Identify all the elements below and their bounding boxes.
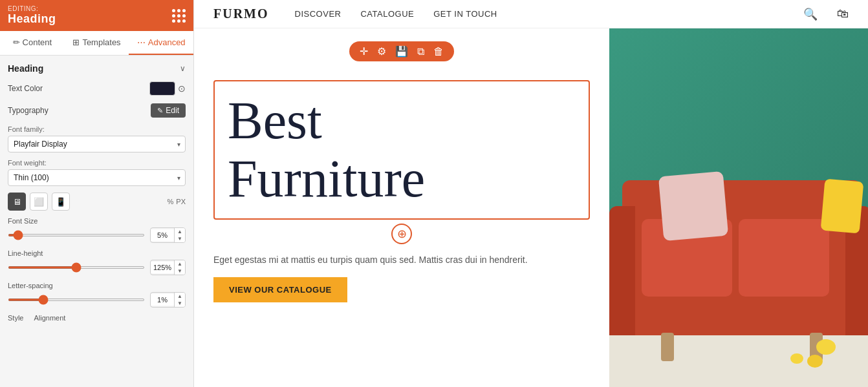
edit-button-label: Edit <box>166 106 179 115</box>
delete-icon[interactable]: 🗑 <box>433 46 444 58</box>
percent-unit[interactable]: % <box>168 198 174 205</box>
font-size-label: Font Size <box>8 217 186 225</box>
chevron-down-icon[interactable]: ∨ <box>180 64 186 73</box>
line-height-field: Line-height ▲ ▼ <box>8 249 186 275</box>
heading-line2: Furniture <box>228 149 425 208</box>
lemon3 <box>790 353 803 364</box>
font-size-slider[interactable] <box>8 234 145 236</box>
letter-spacing-field: Letter-spacing ▲ ▼ <box>8 282 186 308</box>
letter-spacing-up[interactable]: ▲ <box>175 293 185 300</box>
color-swatch-wrapper: ⊙ <box>149 81 186 96</box>
duplicate-icon[interactable]: ⧉ <box>417 46 424 58</box>
add-btn-wrapper: ⊕ <box>213 224 590 244</box>
nav-discover[interactable]: DISCOVER <box>295 9 342 19</box>
rug <box>609 329 868 387</box>
line-height-label: Line-height <box>8 249 186 257</box>
cart-icon[interactable]: 🛍 <box>837 7 849 21</box>
heading-element[interactable]: Best Furniture <box>213 80 590 220</box>
text-color-row: Text Color ⊙ <box>8 81 186 96</box>
eyedropper-icon[interactable]: ⊙ <box>178 83 186 94</box>
letter-spacing-slider[interactable] <box>8 298 145 301</box>
line-height-slider[interactable] <box>8 266 145 269</box>
top-nav: FURMO DISCOVER CATALOGUE GET IN TOUCH 🔍 … <box>194 0 868 28</box>
description-text: Eget egestas mi at mattis eu turpis quam… <box>213 253 589 267</box>
sofa-leg-left <box>661 333 674 361</box>
panel-header-left: EDITING: Heading <box>8 5 56 26</box>
tab-advanced[interactable]: ⋯ Advanced <box>129 31 193 55</box>
left-panel: EDITING: Heading ✏ Content ⊞ Templates ⋯… <box>0 0 194 387</box>
section-header: Heading ∨ <box>8 63 186 74</box>
nav-get-in-touch[interactable]: GET IN TOUCH <box>433 9 497 19</box>
line-height-stepper: ▲ ▼ <box>174 260 185 275</box>
content-area: ✛ ⚙ 💾 ⧉ 🗑 Best Furniture ⊕ Eget egestas … <box>194 28 868 387</box>
add-element-button[interactable]: ⊕ <box>391 224 412 244</box>
letter-spacing-stepper: ▲ ▼ <box>174 293 185 307</box>
panel-body: Heading ∨ Text Color ⊙ Typography Edit F… <box>0 56 193 387</box>
font-size-down[interactable]: ▼ <box>175 235 185 242</box>
sofa-armrest-left <box>609 206 635 335</box>
element-toolbar: ✛ ⚙ 💾 ⧉ 🗑 <box>349 41 454 61</box>
tab-content-label: Content <box>23 37 52 47</box>
font-weight-select[interactable]: Thin (100) Light (300) Regular (400) Bol… <box>8 169 186 186</box>
letter-spacing-label: Letter-spacing <box>8 282 186 289</box>
heading-text: Best Furniture <box>228 92 576 208</box>
lemon2 <box>807 355 823 368</box>
letter-spacing-slider-row: ▲ ▼ <box>8 292 186 308</box>
line-height-slider-row: ▲ ▼ <box>8 260 186 275</box>
alignment-label: Alignment <box>34 314 65 322</box>
cta-button[interactable]: VIEW OUR CATALOGUE <box>213 277 347 302</box>
section-title: Heading <box>8 63 43 74</box>
letter-spacing-down[interactable]: ▼ <box>175 300 185 307</box>
font-size-stepper: ▲ ▼ <box>174 228 185 242</box>
desktop-icon[interactable]: 🖥 <box>8 193 26 211</box>
text-color-swatch[interactable] <box>149 81 175 96</box>
font-family-label: Font family: <box>8 125 186 133</box>
line-height-input[interactable] <box>151 262 174 273</box>
device-row: 🖥 ⬜ 📱 % PX <box>8 193 186 211</box>
typography-row: Typography Edit <box>8 103 186 118</box>
font-family-select[interactable]: Playfair Display Arial Georgia Roboto <box>8 136 186 152</box>
panel-tabs: ✏ Content ⊞ Templates ⋯ Advanced <box>0 31 193 56</box>
right-image <box>609 28 868 387</box>
line-height-value-wrapper: ▲ ▼ <box>150 260 186 275</box>
font-weight-select-wrapper: Thin (100) Light (300) Regular (400) Bol… <box>8 169 186 186</box>
search-icon[interactable]: 🔍 <box>803 7 818 21</box>
tab-advanced-label: Advanced <box>148 37 186 47</box>
edit-typography-button[interactable]: Edit <box>151 103 186 118</box>
font-size-slider-row: ▲ ▼ <box>8 227 186 243</box>
save-icon[interactable]: 💾 <box>395 45 408 58</box>
font-family-field: Font family: Playfair Display Arial Geor… <box>8 125 186 152</box>
lemon1 <box>816 339 836 355</box>
sofa-image <box>609 28 868 387</box>
tab-content[interactable]: ✏ Content <box>0 31 65 55</box>
letter-spacing-input[interactable] <box>151 294 174 306</box>
tablet-icon[interactable]: ⬜ <box>30 193 48 211</box>
line-height-up[interactable]: ▲ <box>175 260 185 267</box>
font-size-input[interactable] <box>151 229 174 241</box>
line-height-down[interactable]: ▼ <box>175 267 185 275</box>
px-unit[interactable]: PX <box>176 198 186 205</box>
dots-grid-icon[interactable] <box>172 9 186 23</box>
heading-line1: Best <box>228 91 322 150</box>
sofa-pillow <box>658 171 728 241</box>
nav-catalogue[interactable]: CATALOGUE <box>360 9 414 19</box>
font-weight-field: Font weight: Thin (100) Light (300) Regu… <box>8 159 186 186</box>
templates-icon: ⊞ <box>72 37 80 47</box>
device-icons: 🖥 ⬜ 📱 <box>8 193 70 211</box>
mobile-icon[interactable]: 📱 <box>52 193 70 211</box>
font-size-up[interactable]: ▲ <box>175 228 185 235</box>
move-icon[interactable]: ✛ <box>360 45 368 58</box>
font-size-value-wrapper: ▲ ▼ <box>150 227 186 243</box>
logo: FURMO <box>213 6 269 21</box>
yellow-throw <box>821 179 864 234</box>
advanced-icon: ⋯ <box>137 37 146 47</box>
tab-templates[interactable]: ⊞ Templates <box>65 31 129 55</box>
font-weight-label: Font weight: <box>8 159 186 167</box>
content-main: ✛ ⚙ 💾 ⧉ 🗑 Best Furniture ⊕ Eget egestas … <box>194 28 609 387</box>
sofa-cushion-right <box>739 219 829 297</box>
letter-spacing-value-wrapper: ▲ ▼ <box>150 292 186 308</box>
editing-label: EDITING: <box>8 5 56 12</box>
settings-icon[interactable]: ⚙ <box>377 45 386 58</box>
style-alignment-row: Style Alignment <box>8 314 186 322</box>
tab-templates-label: Templates <box>82 37 120 47</box>
